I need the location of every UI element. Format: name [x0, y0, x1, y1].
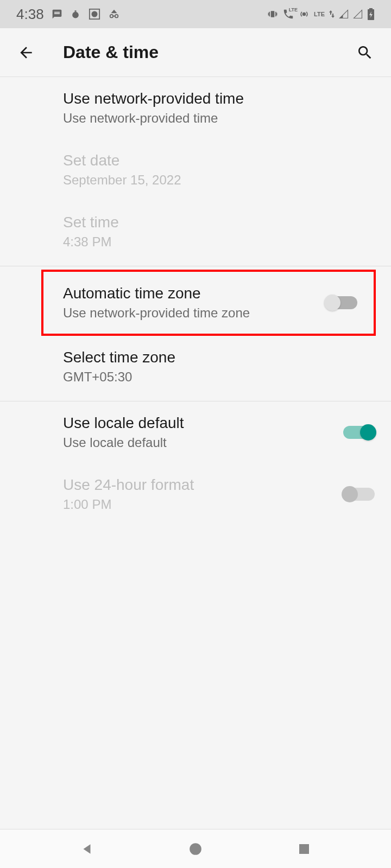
- setting-locale-default[interactable]: Use locale default Use locale default: [0, 401, 391, 463]
- hotspot-icon: [299, 9, 310, 20]
- svg-point-0: [72, 12, 79, 18]
- status-bar: 4:38 LTE LTE: [0, 0, 391, 28]
- nav-home-button[interactable]: [179, 833, 212, 865]
- square-recent-icon: [298, 843, 311, 856]
- signal-2-icon: [353, 9, 363, 19]
- app-bar: Date & time: [0, 28, 391, 77]
- toggle-locale-default[interactable]: [343, 426, 375, 439]
- signal-1-icon: [339, 9, 349, 19]
- status-right: LTE LTE: [267, 8, 375, 20]
- setting-network-time[interactable]: Use network-provided time Use network-pr…: [0, 77, 391, 139]
- vibrate-icon: [267, 9, 278, 20]
- svg-point-15: [190, 843, 201, 855]
- search-icon: [356, 44, 374, 61]
- setting-title: Select time zone: [63, 349, 375, 366]
- search-button[interactable]: [354, 42, 376, 63]
- toggle-thumb: [342, 486, 358, 502]
- setting-title: Use 24-hour format: [63, 476, 343, 494]
- incognito-icon: [108, 8, 120, 20]
- setting-subtitle: Use network-provided time: [63, 111, 375, 126]
- svg-point-4: [110, 15, 113, 17]
- message-icon: [52, 9, 62, 20]
- volte-icon: LTE: [282, 8, 294, 20]
- setting-title: Use locale default: [63, 414, 343, 432]
- svg-point-12: [303, 13, 306, 16]
- setting-title: Set date: [63, 152, 375, 169]
- setting-title: Use network-provided time: [63, 90, 375, 107]
- setting-select-timezone[interactable]: Select time zone GMT+05:30: [0, 336, 391, 401]
- svg-rect-16: [299, 844, 309, 854]
- setting-auto-timezone[interactable]: Automatic time zone Use network-provided…: [43, 272, 374, 334]
- setting-subtitle: 4:38 PM: [63, 234, 375, 250]
- svg-point-5: [115, 15, 118, 17]
- arrow-back-icon: [17, 44, 35, 61]
- settings-content: Use network-provided time Use network-pr…: [0, 77, 391, 525]
- highlight-box: Automatic time zone Use network-provided…: [41, 270, 376, 336]
- toggle-thumb: [324, 295, 340, 311]
- setting-title: Set time: [63, 214, 375, 231]
- setting-set-time: Set time 4:38 PM: [0, 201, 391, 266]
- svg-rect-14: [369, 8, 373, 10]
- toggle-24hour: [343, 488, 375, 501]
- status-left: 4:38: [16, 6, 120, 23]
- back-button[interactable]: [15, 42, 37, 63]
- svg-point-3: [92, 11, 97, 16]
- battery-charging-icon: [367, 8, 375, 20]
- nav-recent-button[interactable]: [288, 833, 320, 865]
- setting-24hour: Use 24-hour format 1:00 PM: [0, 463, 391, 525]
- triangle-back-icon: [80, 842, 94, 856]
- setting-subtitle: 1:00 PM: [63, 497, 343, 512]
- setting-set-date: Set date September 15, 2022: [0, 139, 391, 201]
- toggle-auto-timezone[interactable]: [326, 296, 357, 309]
- data-arrows-icon: [329, 10, 335, 18]
- circle-home-icon: [188, 842, 203, 856]
- setting-title: Automatic time zone: [63, 285, 326, 302]
- svg-rect-7: [271, 11, 275, 17]
- navigation-bar: [0, 829, 391, 868]
- setting-subtitle: Use locale default: [63, 435, 343, 450]
- toggle-thumb: [360, 424, 376, 441]
- lte-label: LTE: [314, 11, 325, 17]
- camera-box-icon: [89, 8, 100, 20]
- status-time: 4:38: [16, 6, 44, 23]
- setting-subtitle: GMT+05:30: [63, 369, 375, 385]
- setting-subtitle: September 15, 2022: [63, 173, 375, 188]
- setting-subtitle: Use network-provided time zone: [63, 305, 326, 321]
- apple-icon: [70, 9, 81, 20]
- nav-back-button[interactable]: [71, 833, 103, 865]
- svg-rect-1: [74, 10, 76, 12]
- page-title: Date & time: [63, 42, 354, 62]
